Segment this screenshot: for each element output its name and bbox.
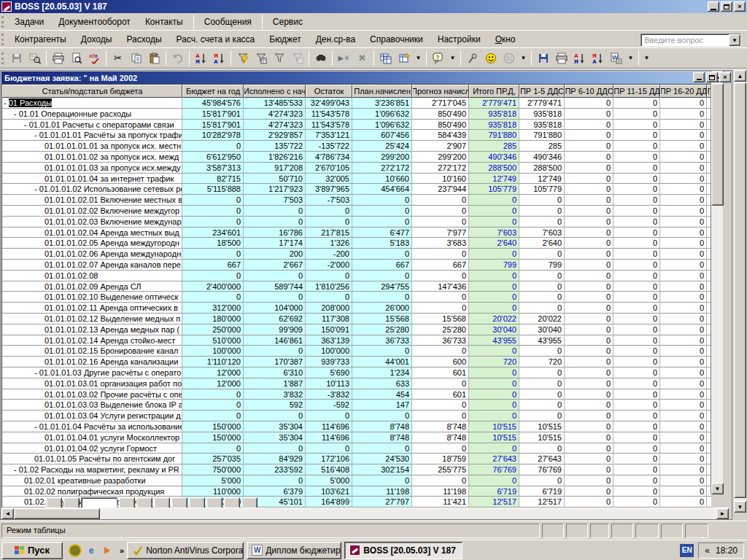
cell[interactable]: 0 xyxy=(565,421,614,432)
cell[interactable]: -200 xyxy=(306,249,352,260)
cell[interactable]: 200 xyxy=(244,249,306,260)
taskbar-task-3[interactable]: BOSS [20.05.03] V 187 xyxy=(344,542,462,559)
cell[interactable]: 0 xyxy=(469,281,519,292)
cell[interactable]: 0 xyxy=(660,421,707,432)
cell[interactable]: 0 xyxy=(412,206,469,217)
cell[interactable]: 0 xyxy=(469,475,519,486)
cell[interactable]: 0 xyxy=(565,130,614,141)
cell[interactable]: 0 xyxy=(469,249,519,260)
cell[interactable]: 285 xyxy=(469,141,519,152)
cell[interactable]: 0 xyxy=(565,152,614,163)
cell[interactable]: 935'818 xyxy=(469,120,519,131)
cell[interactable]: 36'733 xyxy=(412,335,469,346)
cell[interactable]: 0 xyxy=(565,174,614,184)
cell[interactable]: -7'503 xyxy=(306,195,352,206)
cell[interactable]: 0 xyxy=(614,443,660,454)
cell[interactable]: 0 xyxy=(306,206,352,217)
cell[interactable]: 105'779 xyxy=(469,184,519,195)
cell[interactable]: 516'408 xyxy=(306,464,352,475)
cell[interactable]: 4'786'734 xyxy=(306,152,352,163)
table-row[interactable]: 01.01.01.01.01 за пропуск исх. местн0135… xyxy=(2,141,711,152)
budget-item-name[interactable]: 01.02.01 креативные разработки xyxy=(2,475,182,486)
cell[interactable]: 11'421 xyxy=(412,497,469,508)
menu-item-3[interactable]: Расходы xyxy=(119,31,169,47)
media-player-icon[interactable] xyxy=(101,544,114,557)
cell[interactable]: 0 xyxy=(660,314,707,324)
cell[interactable]: 0 xyxy=(352,195,412,206)
cell[interactable]: 172'106 xyxy=(306,454,352,464)
cell[interactable]: 233'592 xyxy=(244,464,306,475)
cell[interactable]: 0 xyxy=(614,346,660,357)
cell[interactable]: 0 xyxy=(614,475,660,486)
cell[interactable]: 667 xyxy=(182,260,244,271)
cell[interactable]: 0 xyxy=(519,411,565,421)
budget-item-name[interactable]: 01.01.01.02.07 Аренда каналов пере xyxy=(2,260,182,271)
cell[interactable]: 12'000 xyxy=(182,368,244,378)
cell[interactable]: 0 xyxy=(565,346,614,357)
cell[interactable]: 0 xyxy=(565,141,614,152)
cell[interactable]: 0 xyxy=(352,411,412,421)
vertical-scroll-thumb[interactable] xyxy=(711,83,724,206)
cell[interactable]: 0 xyxy=(519,292,565,303)
cell[interactable]: 10'515 xyxy=(469,432,519,443)
cell[interactable]: 0 xyxy=(565,324,614,335)
column-header-9[interactable]: ПР 6-10 ДДС xyxy=(565,85,614,98)
budget-item-name[interactable]: - 01 Расходы xyxy=(2,98,182,109)
cell[interactable]: 0 xyxy=(182,389,244,400)
cell[interactable]: 17'174 xyxy=(244,238,306,249)
dropdown-icon[interactable]: ▼ xyxy=(414,50,423,66)
table-row[interactable]: 01.01.01.02.03 Включение междунар0000000… xyxy=(2,217,711,228)
sort-desc-button[interactable]: ЯА xyxy=(211,50,228,66)
cell[interactable]: 0 xyxy=(660,486,707,497)
cell[interactable]: 104'000 xyxy=(244,303,306,314)
cell[interactable]: 0 xyxy=(565,281,614,292)
cell[interactable]: 7'603 xyxy=(519,228,565,238)
cell[interactable]: 272'172 xyxy=(412,163,469,174)
cell[interactable]: 0 xyxy=(565,368,614,378)
cell[interactable]: 3'832 xyxy=(244,389,306,400)
dropdown-icon[interactable]: ▼ xyxy=(626,50,635,66)
table-row[interactable]: 01.01.01.01.02 за пропуск исх. межд6'612… xyxy=(2,152,711,163)
cell[interactable]: 36'733 xyxy=(352,335,412,346)
cell[interactable]: 633 xyxy=(352,378,412,389)
cell[interactable]: 1'096'632 xyxy=(352,109,412,120)
table-row[interactable]: 01.01.01.02.09 Аренда СЛ2'400'000589'744… xyxy=(2,281,711,292)
taskbar-task-1[interactable]: Norton AntiVirus Corpora... xyxy=(127,542,244,559)
table-row[interactable]: 01.01.01.02.10 Выделение оптическ0000000… xyxy=(2,292,711,303)
cell[interactable]: 18'500 xyxy=(182,238,244,249)
cell[interactable]: 0 xyxy=(614,217,660,228)
cell[interactable]: 0 xyxy=(519,475,565,486)
cell[interactable]: 302'154 xyxy=(352,464,412,475)
table-row[interactable]: - 01.01.01.03 Другие расчёты с операто12… xyxy=(2,368,711,378)
cell[interactable]: 2'717'045 xyxy=(412,98,469,109)
cell[interactable]: 0 xyxy=(660,324,707,335)
cell[interactable]: 15'568 xyxy=(412,314,469,324)
start-button[interactable]: Пуск xyxy=(1,542,63,559)
cell[interactable]: 0 xyxy=(519,249,565,260)
cell[interactable]: 0 xyxy=(412,249,469,260)
table-row[interactable]: 01.01.01.02.05 Аренда междугородн18'5001… xyxy=(2,238,711,249)
child-maximize-button[interactable] xyxy=(706,72,718,82)
cell[interactable]: 0 xyxy=(660,389,707,400)
cell[interactable]: 10'515 xyxy=(519,432,565,443)
cell[interactable]: 799 xyxy=(469,260,519,271)
cell[interactable]: 25'280 xyxy=(352,324,412,335)
cell[interactable]: 25'424 xyxy=(352,141,412,152)
table-row[interactable]: - 01.02 Расходы на маркетинг, рекламу и … xyxy=(2,464,711,475)
grid-new-button[interactable] xyxy=(395,50,412,66)
cell[interactable]: 0 xyxy=(660,400,707,411)
table-row[interactable]: - 01.01.01.01 Расчёты за пропуск трафи10… xyxy=(2,130,711,141)
cell[interactable]: 935'818 xyxy=(469,109,519,120)
child-close-button[interactable]: × xyxy=(719,72,731,82)
vertical-scroll-thumb[interactable] xyxy=(734,82,746,498)
cell[interactable]: 0 xyxy=(182,271,244,281)
db-search-button[interactable] xyxy=(26,50,43,66)
table-vertical-scrollbar[interactable]: ▲ ▼ xyxy=(711,71,723,494)
scroll-left-icon[interactable]: ◄ xyxy=(1,508,14,519)
cell[interactable]: 8'748 xyxy=(352,421,412,432)
dropdown-icon[interactable]: ▼ xyxy=(519,50,528,66)
table-row[interactable]: 01.01.01.02.11 Аренда оптических в312'00… xyxy=(2,303,711,314)
table-row[interactable]: 01.01.01.02.15 Бронирование канал100'000… xyxy=(2,346,711,357)
cell[interactable]: 0 xyxy=(614,389,660,400)
cell[interactable]: 510'000 xyxy=(182,335,244,346)
